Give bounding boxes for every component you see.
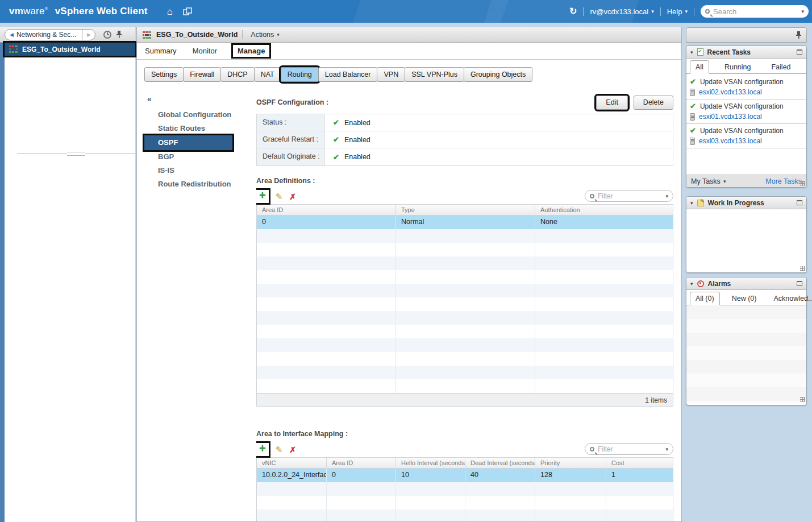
product-name: vSphere Web Client [55, 6, 148, 16]
add-area-button[interactable]: + [256, 190, 269, 203]
topbar-right: ↻ rv@vcdx133.local▾ Help▾ ▾ [569, 0, 809, 23]
recent-tasks-title: Recent Tasks [707, 48, 793, 56]
collapse-caret-icon[interactable]: ▾ [690, 200, 693, 206]
object-tabs: Summary Monitor Manage [137, 43, 681, 60]
column-priority[interactable]: Priority [535, 458, 606, 468]
navigator-toolbar: ◀ Networking & Sec... ▶ [0, 27, 135, 43]
subtab-ssl-vpn-plus[interactable]: SSL VPN-Plus [405, 67, 464, 82]
alarms-body [686, 305, 806, 403]
edit-area-icon[interactable]: ✎ [276, 192, 283, 202]
recent-objects-icon[interactable] [183, 7, 193, 16]
home-icon[interactable]: ⌂ [167, 7, 173, 16]
refresh-icon[interactable]: ↻ [569, 7, 577, 16]
tab-monitor[interactable]: Monitor [193, 47, 217, 55]
task-target-link[interactable]: esxi02.vcdx133.local [699, 88, 762, 96]
tab-summary[interactable]: Summary [145, 47, 177, 55]
delete-area-icon[interactable]: ✗ [289, 192, 296, 201]
vmware-logo: vmware® vSphere Web Client [9, 6, 148, 17]
column-cost[interactable]: Cost [606, 458, 673, 468]
column-dead-interval[interactable]: Dead Interval (seconds) [465, 458, 535, 468]
pin-icon[interactable] [796, 31, 802, 39]
mapping-filter-input[interactable] [598, 445, 662, 453]
column-area-id[interactable]: Area ID [257, 205, 396, 215]
nav-item-bgp[interactable]: BGP [137, 150, 256, 164]
task-target-link[interactable]: esxi01.vcdx133.local [699, 113, 762, 121]
collapse-caret-icon[interactable]: ▾ [690, 281, 693, 287]
table-row[interactable]: 10.0.2.0_24_Interface 0 10 40 128 1 [257, 469, 673, 482]
navigator-splitter[interactable] [17, 154, 135, 154]
column-authentication[interactable]: Authentication [535, 205, 673, 215]
empty-row [257, 284, 673, 297]
column-type[interactable]: Type [396, 205, 535, 215]
maximize-icon[interactable] [797, 281, 802, 286]
subtab-nat[interactable]: NAT [254, 67, 281, 82]
recent-tasks-header: ▾ Recent Tasks [686, 46, 806, 59]
search-input[interactable] [713, 7, 798, 16]
tree-item-esg[interactable]: ESG_To_Outside_World [5, 43, 135, 56]
delete-button[interactable]: Delete [634, 96, 673, 110]
resize-grip[interactable] [800, 181, 805, 186]
nav-item-static-routes[interactable]: Static Routes [137, 122, 256, 135]
tasks-tab-all[interactable]: All [690, 60, 709, 74]
maximize-icon[interactable] [797, 200, 802, 205]
task-name: Update VSAN configuration [700, 78, 784, 86]
delete-mapping-icon[interactable]: ✗ [289, 445, 296, 454]
actions-menu[interactable]: Actions▾ [251, 31, 280, 39]
column-hello-interval[interactable]: Hello Interval (seconds) [396, 458, 465, 468]
recent-tasks-panel: ▾ Recent Tasks All Running Failed ✔Updat… [686, 45, 807, 188]
subtab-dhcp[interactable]: DHCP [220, 67, 254, 82]
collapse-panel-icon[interactable]: « [147, 94, 152, 103]
filter-caret-icon[interactable]: ▾ [665, 446, 668, 452]
resize-grip[interactable] [800, 397, 805, 402]
area-filter-input[interactable] [598, 192, 662, 200]
items-count: 1 items [645, 396, 667, 404]
maximize-icon[interactable] [797, 49, 802, 55]
edit-mapping-icon[interactable]: ✎ [276, 445, 283, 455]
user-menu[interactable]: rv@vcdx133.local▾ [590, 7, 653, 16]
history-icon[interactable] [103, 31, 111, 39]
nav-item-global-configuration[interactable]: Global Configuration [137, 108, 256, 122]
brand-ware: ware [23, 6, 45, 16]
column-vnic[interactable]: vNIC [257, 458, 327, 468]
tab-manage[interactable]: Manage [233, 45, 269, 57]
cell-type: Normal [396, 216, 535, 229]
subtab-vpn[interactable]: VPN [377, 67, 405, 82]
tasks-tab-running[interactable]: Running [719, 61, 756, 73]
add-mapping-button[interactable]: + [256, 443, 269, 456]
subtab-load-balancer[interactable]: Load Balancer [318, 67, 378, 82]
empty-row [257, 270, 673, 284]
subtab-settings[interactable]: Settings [144, 67, 184, 82]
back-arrow-icon[interactable]: ◀ [5, 32, 16, 38]
work-in-progress-title: Work In Progress [708, 199, 793, 207]
edit-button[interactable]: Edit [596, 96, 628, 110]
ospf-config-header: OSPF Configuration : Edit Delete [256, 94, 673, 110]
breadcrumb[interactable]: ◀ Networking & Sec... ▶ [5, 29, 95, 40]
pin-icon[interactable] [116, 31, 122, 39]
alarms-tab-new[interactable]: New (0) [727, 292, 762, 305]
collapse-caret-icon[interactable]: ▾ [690, 49, 693, 55]
plus-icon: + [259, 442, 266, 454]
resize-grip[interactable] [800, 266, 805, 271]
table-row[interactable]: 0 Normal None [257, 216, 673, 229]
task-target-link[interactable]: esxi03.vcdx133.local [699, 137, 762, 145]
search-scope-caret-icon[interactable]: ▾ [801, 9, 804, 14]
help-menu[interactable]: Help▾ [667, 7, 688, 16]
alarms-tab-all[interactable]: All (0) [690, 292, 720, 305]
more-tasks-link[interactable]: More Tasks [765, 177, 802, 185]
subtab-routing[interactable]: Routing [281, 67, 319, 82]
status-label: Status : [257, 114, 325, 131]
my-tasks-menu[interactable]: My Tasks▾ [691, 177, 726, 185]
subtab-firewall[interactable]: Firewall [183, 67, 221, 82]
nav-item-is-is[interactable]: IS-IS [137, 164, 256, 177]
alarms-tab-acknowledged[interactable]: Acknowled... [768, 292, 812, 305]
column-area-id[interactable]: Area ID [327, 458, 396, 468]
monitor-panels: ▾ Recent Tasks All Running Failed ✔Updat… [686, 27, 807, 522]
nav-item-route-redistribution[interactable]: Route Redistribution [137, 177, 256, 191]
work-in-progress-header: ▾ Work In Progress [686, 197, 806, 209]
nav-item-ospf[interactable]: OSPF [144, 135, 232, 150]
divider [660, 7, 661, 16]
subtab-grouping-objects[interactable]: Grouping Objects [464, 67, 532, 82]
filter-caret-icon[interactable]: ▾ [665, 193, 668, 199]
tasks-tab-failed[interactable]: Failed [766, 61, 796, 73]
forward-arrow-icon[interactable]: ▶ [82, 30, 95, 40]
